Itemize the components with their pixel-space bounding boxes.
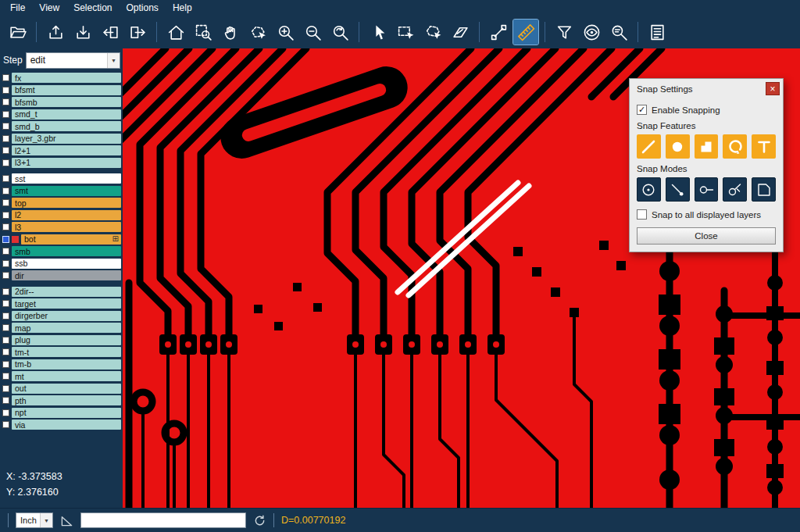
layer-visibility-checkbox[interactable] [2,260,9,267]
layer-visibility-checkbox[interactable] [2,111,9,118]
layer-row-l2[interactable]: l2 [0,209,123,222]
layer-label[interactable]: bfsmb [12,97,121,107]
mode-outline-button[interactable] [752,177,776,202]
layer-row-tm-b[interactable]: tm-b [0,359,123,371]
filter-button[interactable] [552,20,577,45]
zoom-out-button[interactable] [300,20,325,45]
layer-visibility-checkbox[interactable] [2,397,9,404]
layer-label[interactable]: smd_t [12,109,121,120]
layer-label[interactable]: tm-b [12,359,121,370]
mode-slot-d-button[interactable] [723,177,747,202]
layer-row-out[interactable]: out [0,383,123,395]
layer-visibility-checkbox[interactable] [2,348,9,355]
layer-label[interactable]: fx [12,73,121,83]
angle-tool-icon[interactable] [60,514,73,527]
import-left-button[interactable] [98,20,123,45]
layer-row-bfsmt[interactable]: bfsmt [0,84,123,97]
poly-select-button[interactable] [420,20,445,45]
layer-visibility-checkbox[interactable] [2,123,9,130]
layer-visibility-checkbox[interactable] [2,223,9,230]
layer-row-layer_3.gbr[interactable]: layer_3.gbr [0,133,123,145]
layer-visibility-checkbox[interactable] [2,159,9,166]
menu-file[interactable]: File [3,1,32,15]
layer-label[interactable]: l2+1 [12,145,121,155]
lasso-zoom-button[interactable] [245,20,270,45]
select-cursor-button[interactable] [366,20,391,45]
ruler-button[interactable] [513,20,538,45]
layer-visibility-checkbox[interactable] [2,272,9,279]
layer-label[interactable]: smb [12,246,121,256]
layer-row-top[interactable]: top [0,197,123,209]
layer-label[interactable]: map [12,323,121,333]
menu-help[interactable]: Help [166,1,199,15]
layer-row-smb[interactable]: smb [0,245,123,258]
open-folder-button[interactable] [5,20,30,45]
layer-label[interactable]: sst [12,173,121,184]
layer-label[interactable]: dirgerber [12,311,121,321]
layer-label[interactable]: pth [12,395,121,405]
layer-row-2dir--[interactable]: 2dir-- [0,286,123,298]
snap-all-layers-checkbox[interactable] [637,209,647,220]
layer-visibility-checkbox[interactable] [2,385,9,392]
layer-visibility-checkbox[interactable] [2,147,9,154]
layer-row-smd_t[interactable]: smd_t [0,109,123,121]
layer-label[interactable]: 2dir-- [12,287,121,297]
layer-label[interactable]: via [12,420,121,430]
layer-visibility-checkbox[interactable] [2,324,9,331]
line-tool-button[interactable] [486,20,511,45]
refresh-icon[interactable] [253,514,266,527]
layer-row-tm-t[interactable]: tm-t [0,346,123,359]
layer-row-ssb[interactable]: ssb [0,258,123,270]
layer-visibility-checkbox[interactable] [2,236,9,243]
unit-select[interactable]: Inch ▼ [16,512,53,528]
layer-row-l2+1[interactable]: l2+1 [0,145,123,157]
layer-row-target[interactable]: target [0,298,123,310]
layer-row-via[interactable]: via [0,419,123,431]
layer-visibility-checkbox[interactable] [2,337,9,344]
layer-visibility-checkbox[interactable] [2,373,9,380]
menu-selection[interactable]: Selection [66,1,119,15]
import-down-button[interactable] [70,20,95,45]
mode-slot-h-button[interactable] [695,177,719,202]
layer-visibility-checkbox[interactable] [2,248,9,255]
layer-row-fx[interactable]: fx [0,72,123,84]
layer-label[interactable]: npt [12,408,121,418]
find-net-button[interactable] [606,20,631,45]
step-select[interactable]: edit ▼ [26,52,120,69]
layer-row-mt[interactable]: mt [0,370,123,383]
zoom-in-button[interactable] [273,20,298,45]
layer-label[interactable]: out [12,384,121,394]
layer-label[interactable]: plug [12,335,121,345]
layer-row-sst[interactable]: sst [0,173,123,185]
export-right-button[interactable] [125,20,150,45]
menu-view[interactable]: View [32,1,66,15]
snap-corner-button[interactable] [695,134,719,159]
layer-label[interactable]: bfsmt [12,85,121,95]
zoom-window-button[interactable] [191,20,216,45]
measure-skew-button[interactable] [448,20,473,45]
layer-visibility-checkbox[interactable] [2,74,9,81]
snap-text-button[interactable] [752,134,776,159]
layer-visibility-checkbox[interactable] [2,312,9,320]
layer-visibility-checkbox[interactable] [2,98,9,105]
layer-visibility-checkbox[interactable] [2,175,9,182]
layer-row-dir[interactable]: dir [0,270,123,282]
layer-row-smd_b[interactable]: smd_b [0,120,123,133]
close-icon[interactable]: × [766,82,780,95]
snap-pad-button[interactable] [666,134,690,159]
layer-visibility-checkbox[interactable] [2,212,9,219]
layer-row-map[interactable]: map [0,322,123,334]
layer-visibility-checkbox[interactable] [2,199,9,206]
layer-row-plug[interactable]: plug [0,334,123,347]
report-button[interactable] [645,20,670,45]
layer-label[interactable]: dir [12,270,121,280]
layer-label[interactable]: layer_3.gbr [12,134,121,144]
export-up-button[interactable] [43,20,68,45]
layer-label[interactable]: l2 [12,210,121,220]
layer-visibility-checkbox[interactable] [2,361,9,368]
dialog-titlebar[interactable]: Snap Settings × [630,79,783,98]
menu-options[interactable]: Options [120,1,166,15]
layer-visibility-checkbox[interactable] [2,87,9,94]
highlight-eye-button[interactable] [579,20,604,45]
layer-row-bfsmb[interactable]: bfsmb [0,96,123,109]
